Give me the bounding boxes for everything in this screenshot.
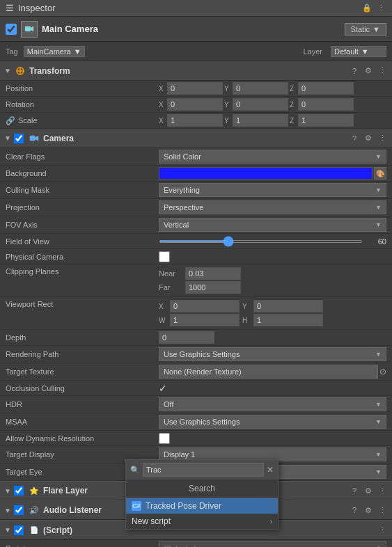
new-script-item[interactable]: New script › (126, 514, 278, 529)
target-texture-label: Target Texture (6, 367, 159, 376)
flare-settings-btn[interactable]: ⚙ (363, 485, 374, 496)
search-input[interactable] (143, 463, 264, 477)
static-button[interactable]: Static ▼ (345, 23, 386, 35)
script-arrow[interactable]: ▼ (4, 526, 11, 534)
audio-settings-btn[interactable]: ⚙ (363, 505, 374, 516)
position-z-input[interactable] (298, 82, 354, 95)
flare-help-btn[interactable]: ? (349, 485, 360, 496)
inspector-window: ☰ Inspector 🔒 ⋮ Main Camera Static ▼ Tag (0, 0, 392, 547)
physical-camera-row: Physical Camera (0, 249, 392, 264)
clear-flags-dropdown[interactable]: Solid Color ▼ (159, 150, 386, 164)
svg-marker-6 (35, 136, 38, 141)
z-label: Z (290, 85, 297, 93)
audio-menu-btn[interactable]: ⋮ (377, 505, 388, 516)
camera-section: ▼ Camera ? ⚙ ⋮ Clear Flags Sol (0, 129, 392, 481)
vp-w-label: W (159, 317, 167, 324)
audio-arrow[interactable]: ▼ (4, 507, 11, 514)
rotation-x-input[interactable] (167, 98, 223, 111)
position-row: Position X Y Z (0, 81, 392, 97)
transform-help-btn[interactable]: ? (349, 65, 360, 77)
viewport-y-input[interactable] (253, 300, 323, 312)
allow-dynamic-checkbox[interactable] (159, 433, 170, 444)
script-dropdown[interactable]: (Select...) ⊙ (159, 541, 386, 547)
flare-arrow[interactable]: ▼ (4, 487, 11, 495)
viewport-x-input[interactable] (170, 300, 240, 312)
camera-help-btn[interactable]: ? (349, 133, 360, 144)
camera-header: ▼ Camera ? ⚙ ⋮ (0, 129, 392, 148)
msaa-dropdown[interactable]: Use Graphics Settings ▼ (159, 415, 386, 429)
tag-layer-row: Tag MainCamera ▼ Layer Default ▼ (0, 42, 392, 61)
camera-menu-btn[interactable]: ⋮ (377, 133, 388, 144)
culling-mask-label: Culling Mask (6, 186, 159, 194)
allow-dynamic-label: Allow Dynamic Resolution (6, 434, 159, 443)
flare-active-checkbox[interactable] (14, 486, 24, 496)
depth-input[interactable] (159, 331, 214, 344)
scale-z-input[interactable] (298, 114, 354, 127)
projection-dropdown[interactable]: Perspective ▼ (159, 200, 386, 214)
ry-label: Y (224, 101, 231, 109)
rendering-path-dropdown[interactable]: Use Graphics Settings ▼ (159, 347, 386, 361)
rotation-label: Rotation (6, 100, 159, 109)
culling-mask-row: Culling Mask Everything ▼ (0, 182, 392, 199)
viewport-rect-label: Viewport Rect (6, 300, 159, 308)
transform-settings-btn[interactable]: ⚙ (363, 65, 374, 77)
background-row: Background 🎨 (0, 166, 392, 182)
color-picker-button[interactable]: 🎨 (374, 167, 386, 180)
allow-dynamic-row: Allow Dynamic Resolution (0, 431, 392, 446)
transform-arrow[interactable]: ▼ (4, 67, 11, 74)
tracked-pose-driver-icon: C# (132, 501, 141, 511)
position-y-input[interactable] (233, 82, 288, 95)
hdr-dropdown[interactable]: Off ▼ (159, 397, 386, 411)
script-menu-btn[interactable]: ⋮ (377, 525, 388, 536)
object-header: Main Camera Static ▼ (0, 17, 392, 42)
new-script-arrow: › (270, 518, 272, 525)
vp-h-label: H (242, 317, 251, 324)
search-clear-button[interactable]: ✕ (267, 465, 274, 475)
near-input[interactable] (185, 267, 241, 280)
object-active-checkbox[interactable] (6, 24, 17, 35)
transform-menu-btn[interactable]: ⋮ (377, 65, 388, 77)
sy-label: Y (224, 117, 231, 125)
camera-active-checkbox[interactable] (14, 134, 24, 143)
rz-label: Z (290, 101, 297, 109)
audio-help-btn[interactable]: ? (349, 505, 360, 516)
transform-section: ▼ Transform ? ⚙ ⋮ Position (0, 61, 392, 129)
camera-arrow[interactable]: ▼ (4, 134, 11, 142)
tag-select[interactable]: MainCamera ▼ (24, 46, 85, 57)
fov-axis-dropdown[interactable]: Vertical ▼ (159, 218, 386, 232)
viewport-h-input[interactable] (253, 314, 323, 326)
flare-menu-btn[interactable]: ⋮ (377, 485, 388, 496)
layer-select[interactable]: Default ▼ (331, 46, 386, 57)
search-input-row: 🔍 ✕ (126, 460, 278, 479)
scale-y-input[interactable] (233, 114, 288, 127)
scale-label: 🔗 Scale (6, 116, 159, 125)
viewport-rect-row: Viewport Rect X Y W H (0, 297, 392, 330)
target-texture-btn[interactable]: ⊙ (379, 367, 386, 376)
rotation-z-input[interactable] (298, 98, 354, 111)
scale-x-input[interactable] (167, 114, 223, 127)
lock-icon[interactable]: 🔒 (361, 3, 373, 14)
vp-x-label: X (159, 303, 167, 310)
script-active-checkbox[interactable] (14, 525, 24, 535)
tracked-pose-driver-item[interactable]: C# Tracked Pose Driver (126, 498, 278, 514)
depth-row: Depth (0, 330, 392, 346)
position-x-input[interactable] (167, 82, 223, 95)
camera-settings-btn[interactable]: ⚙ (363, 133, 374, 144)
audio-active-checkbox[interactable] (14, 505, 24, 515)
fov-axis-label: FOV Axis (6, 221, 159, 229)
menu-icon[interactable]: ⋮ (375, 3, 386, 14)
camera-comp-icon (28, 132, 40, 145)
far-input[interactable] (185, 281, 241, 294)
target-texture-dropdown[interactable]: None (Render Texture) (159, 365, 378, 379)
fov-axis-row: FOV Axis Vertical ▼ (0, 216, 392, 234)
culling-mask-dropdown[interactable]: Everything ▼ (159, 183, 386, 197)
physical-camera-checkbox[interactable] (159, 251, 170, 262)
viewport-w-input[interactable] (170, 314, 240, 326)
script-label: Script (6, 544, 159, 547)
layer-label: Layer (303, 47, 322, 56)
fov-slider[interactable] (159, 240, 363, 243)
projection-row: Projection Perspective ▼ (0, 199, 392, 216)
clear-flags-row: Clear Flags Solid Color ▼ (0, 148, 392, 166)
rotation-y-input[interactable] (233, 98, 288, 111)
background-color-bar[interactable] (159, 167, 373, 180)
